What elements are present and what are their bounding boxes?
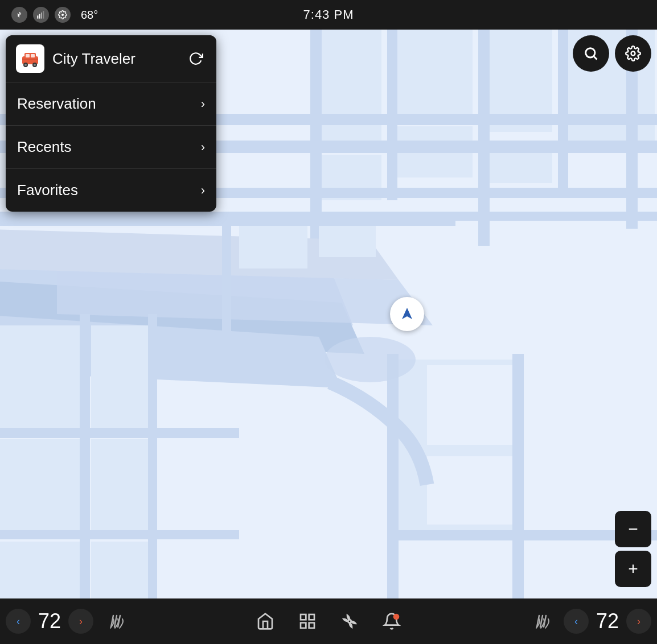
top-right-buttons (573, 35, 651, 72)
svg-line-58 (594, 56, 597, 59)
svg-rect-34 (148, 314, 157, 598)
navigation-arrow-icon (397, 304, 417, 324)
menu-item-reservation[interactable]: Reservation › (6, 82, 216, 126)
status-bar: 68° 7:43 PM (0, 0, 657, 30)
bluetooth-icon (11, 7, 27, 23)
svg-rect-19 (478, 30, 490, 246)
svg-rect-1 (39, 14, 40, 19)
left-temp-decrease-button[interactable]: ‹ (6, 609, 31, 634)
svg-rect-56 (22, 59, 38, 60)
svg-rect-45 (319, 223, 376, 257)
svg-rect-33 (80, 314, 90, 598)
svg-rect-27 (0, 325, 80, 428)
svg-rect-30 (91, 439, 148, 530)
svg-point-70 (393, 614, 400, 620)
car-icon (20, 48, 40, 69)
right-heat-icon[interactable] (526, 606, 557, 637)
left-temp-increase-button[interactable]: › (68, 609, 93, 634)
svg-rect-18 (387, 30, 397, 200)
svg-rect-36 (0, 530, 239, 539)
svg-point-57 (586, 48, 595, 57)
svg-point-69 (348, 620, 351, 622)
svg-rect-51 (31, 54, 35, 57)
recents-chevron-icon: › (201, 140, 205, 155)
reservation-label: Reservation (17, 95, 96, 113)
zoom-in-button[interactable]: + (615, 551, 651, 587)
svg-point-43 (325, 337, 416, 382)
right-temp-controls: ‹ 72 › (522, 606, 651, 637)
svg-rect-7 (393, 30, 473, 115)
svg-rect-32 (91, 542, 148, 598)
svg-rect-44 (239, 223, 307, 269)
svg-rect-2 (41, 13, 42, 19)
favorites-chevron-icon: › (201, 183, 205, 198)
svg-point-55 (34, 64, 36, 66)
favorites-label: Favorites (17, 181, 78, 199)
menu-item-recents[interactable]: Recents › (6, 126, 216, 169)
status-time: 7:43 PM (303, 7, 354, 22)
bottom-bar: ‹ 72 › (0, 598, 657, 644)
left-temperature-display: 72 (35, 609, 64, 633)
svg-point-53 (24, 64, 27, 66)
refresh-button[interactable] (186, 48, 206, 69)
center-nav (250, 606, 407, 637)
svg-rect-66 (309, 614, 314, 620)
zoom-controls: − + (615, 511, 651, 587)
svg-rect-67 (301, 623, 306, 628)
reservation-chevron-icon: › (201, 97, 205, 112)
status-left: 68° (11, 7, 98, 23)
app-header: City Traveler (6, 35, 216, 82)
grid-button[interactable] (292, 606, 323, 637)
settings-button[interactable] (615, 35, 651, 72)
svg-rect-50 (26, 54, 30, 57)
left-temp-controls: ‹ 72 › (6, 606, 135, 637)
left-fan-icon[interactable] (100, 606, 131, 637)
notification-button[interactable] (376, 606, 407, 637)
svg-rect-41 (512, 354, 524, 598)
recents-label: Recents (17, 138, 71, 156)
home-button[interactable] (250, 606, 281, 637)
search-button[interactable] (573, 35, 609, 72)
svg-rect-68 (309, 623, 314, 628)
app-title: City Traveler (52, 50, 178, 68)
right-heat-fan-icon (531, 611, 552, 631)
settings-status-icon (55, 7, 71, 23)
svg-point-59 (631, 52, 635, 56)
svg-rect-40 (387, 354, 399, 598)
svg-rect-31 (0, 542, 80, 598)
menu-item-favorites[interactable]: Favorites › (6, 169, 216, 212)
right-temp-increase-button[interactable]: › (626, 609, 651, 634)
svg-rect-65 (301, 614, 306, 620)
fan-button[interactable] (334, 606, 365, 637)
svg-rect-0 (37, 15, 38, 18)
right-temperature-display: 72 (593, 609, 622, 633)
signal-icon (33, 7, 49, 23)
svg-rect-35 (0, 428, 239, 438)
heat-icon (105, 611, 126, 631)
map-area: City Traveler Reservation › Recents › Fa… (0, 30, 657, 598)
right-temp-decrease-button[interactable]: ‹ (564, 609, 589, 634)
svg-rect-6 (313, 30, 381, 143)
zoom-out-button[interactable]: − (615, 511, 651, 547)
svg-rect-3 (43, 11, 44, 18)
location-marker (390, 297, 424, 331)
app-icon-wrapper (16, 44, 44, 73)
svg-rect-28 (91, 325, 148, 428)
svg-rect-47 (0, 217, 455, 226)
svg-point-4 (61, 14, 64, 16)
svg-rect-20 (558, 30, 568, 189)
svg-rect-46 (222, 217, 231, 360)
status-temperature: 68° (81, 9, 98, 22)
svg-rect-29 (0, 439, 80, 530)
app-menu: City Traveler Reservation › Recents › Fa… (6, 35, 216, 212)
